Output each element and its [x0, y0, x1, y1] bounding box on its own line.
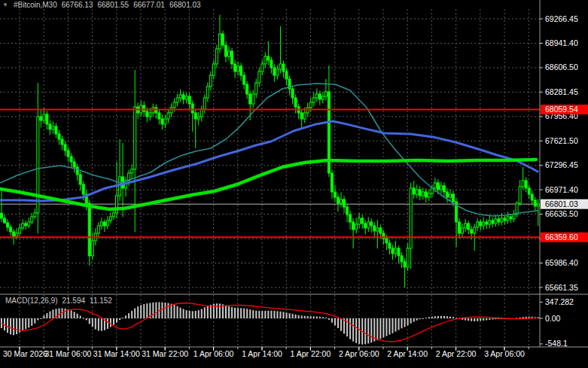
macd-bar — [301, 315, 303, 318]
macd-bar — [116, 318, 117, 323]
macd-bar — [234, 308, 236, 318]
candle-body — [528, 188, 530, 194]
price-axis-label: 69266.45 — [545, 14, 578, 23]
macd-bar — [404, 318, 406, 327]
macd-bar — [107, 318, 108, 329]
candle-body — [437, 183, 439, 190]
time-axis-label: 1 Apr 14:00 — [242, 349, 282, 358]
macd-bar — [370, 318, 372, 342]
macd-bar — [7, 318, 8, 333]
candle-body — [324, 92, 327, 96]
candle-body — [16, 233, 18, 236]
panel-resize-handle[interactable] — [0, 292, 588, 297]
price-axis-label: 65661.35 — [545, 283, 578, 292]
candle-body — [7, 223, 9, 227]
symbol-timeframe-label: #Bitcoin,M30 — [14, 1, 57, 9]
macd-bar — [237, 308, 239, 318]
macd-bar — [131, 311, 133, 318]
macd-bar — [286, 312, 288, 318]
macd-bar — [452, 317, 454, 318]
macd-bar — [134, 309, 136, 318]
macd-bar — [183, 309, 184, 318]
candle-body — [465, 224, 467, 228]
macd-bar — [89, 318, 90, 324]
macd-bar — [261, 311, 263, 318]
chart-canvas[interactable]: 69266.4568941.4068606.5068281.4567956.40… — [0, 0, 588, 368]
macd-bar — [186, 310, 187, 318]
candle-body — [279, 64, 282, 69]
macd-bar — [349, 318, 351, 339]
macd-bar — [143, 304, 145, 318]
macd-bar — [40, 318, 41, 319]
candle-body — [64, 144, 66, 151]
candle-body — [55, 126, 57, 134]
macd-bar — [337, 318, 339, 328]
candle-body — [349, 214, 352, 222]
macd-bar — [52, 310, 53, 318]
candle-body — [143, 105, 145, 111]
candle-body — [422, 192, 424, 196]
macd-bar — [128, 313, 129, 318]
candle-body — [340, 199, 343, 203]
macd-bar — [192, 311, 193, 318]
candle-body — [146, 111, 148, 117]
candle-body — [261, 64, 264, 71]
chart-background — [0, 0, 588, 368]
candle-body — [459, 222, 461, 233]
candle-body — [343, 199, 346, 207]
candle-body — [31, 217, 33, 222]
macd-bar — [113, 318, 114, 325]
macd-bar — [83, 318, 84, 318]
candle-body — [112, 213, 114, 217]
candle-body — [134, 107, 136, 169]
macd-bar — [180, 308, 181, 318]
candle-body — [103, 222, 105, 226]
macd-bar — [468, 318, 469, 321]
trading-chart-window: 69266.4568941.4068606.5068281.4567956.40… — [0, 0, 588, 368]
macd-bar — [486, 318, 487, 320]
candle-body — [419, 190, 421, 196]
candle-body — [489, 220, 491, 224]
candle-body — [119, 177, 121, 196]
candle-body — [337, 197, 339, 203]
macd-bar — [34, 318, 35, 324]
candle-body — [52, 126, 54, 129]
candle-body — [19, 228, 21, 233]
candle-body — [100, 222, 102, 226]
macd-bar — [471, 318, 472, 321]
macd-bar — [155, 303, 157, 318]
current-price-box-label: 66801.03 — [545, 199, 578, 208]
macd-bar — [295, 315, 297, 318]
candle-body — [37, 117, 39, 213]
candle-body — [398, 248, 400, 256]
macd-bar — [292, 314, 294, 318]
candle-body — [440, 186, 442, 190]
candle-body — [507, 217, 509, 220]
chart-menu-icon[interactable]: ▼ — [2, 2, 8, 8]
candle-body — [315, 94, 318, 98]
macd-bar — [146, 303, 148, 318]
candle-body — [498, 219, 500, 222]
macd-bar — [310, 316, 312, 318]
macd-bar — [322, 317, 324, 318]
time-axis-label: 3 Apr 06:00 — [484, 349, 525, 358]
candle-body — [373, 226, 376, 231]
macd-bar — [249, 309, 251, 318]
candle-body — [468, 224, 470, 230]
macd-bar — [519, 318, 521, 318]
candle-body — [212, 64, 215, 75]
candle-body — [22, 224, 24, 228]
macd-bar — [398, 318, 400, 330]
time-axis-label: 2 Apr 22:00 — [436, 349, 477, 358]
candle-body — [167, 113, 169, 119]
level-price-box-label: 66359.60 — [545, 233, 578, 242]
time-axis[interactable]: 30 Mar 202631 Mar 06:0031 Mar 14:0031 Ma… — [3, 347, 529, 358]
macd-bar — [483, 318, 484, 321]
macd-bar — [210, 305, 212, 318]
macd-bar — [25, 318, 26, 329]
macd-bar — [174, 305, 175, 318]
macd-bar — [37, 318, 38, 320]
candle-body — [443, 186, 445, 192]
candle-body — [46, 114, 48, 124]
macd-bar — [80, 316, 81, 318]
